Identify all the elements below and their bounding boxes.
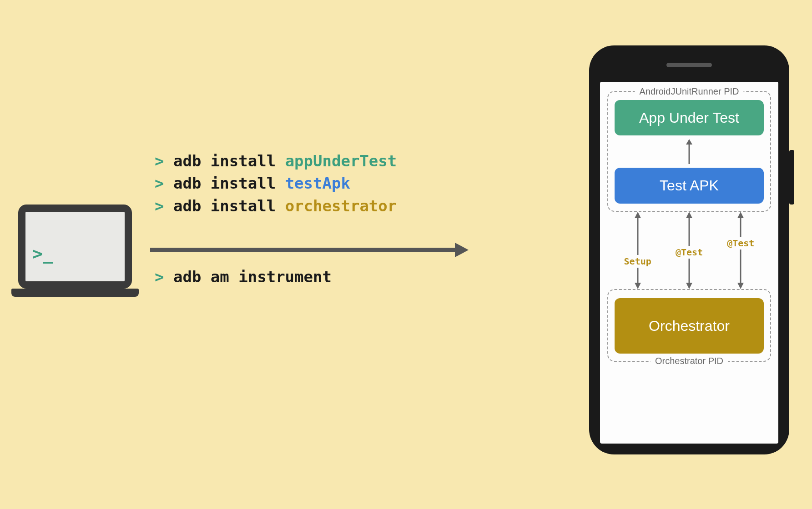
prompt-symbol: >	[155, 152, 164, 170]
prompt-symbol: >	[155, 268, 164, 286]
flow-arrow-icon	[150, 241, 469, 259]
prompt-symbol: >	[155, 197, 164, 215]
svg-marker-6	[635, 283, 641, 289]
command-target: appUnderTest	[285, 152, 397, 170]
svg-marker-5	[635, 212, 641, 218]
runner-pid-label: AndroidJUnitRunner PID	[635, 86, 744, 97]
svg-marker-3	[686, 139, 692, 145]
command-list: > adb install appUnderTest > adb install…	[155, 150, 397, 217]
arrow-label-test1: @Test	[674, 246, 705, 259]
svg-marker-12	[737, 283, 744, 289]
test-arrow-1: @Test	[682, 212, 696, 289]
phone-screen: AndroidJUnitRunner PID App Under Test Te…	[600, 82, 778, 444]
app-under-test-box: App Under Test	[615, 100, 764, 135]
phone-frame: AndroidJUnitRunner PID App Under Test Te…	[589, 45, 789, 454]
orchestrator-pid-label: Orchestrator PID	[651, 356, 728, 366]
svg-marker-9	[686, 283, 692, 289]
test-apk-box: Test APK	[615, 168, 764, 203]
command-target: testApk	[285, 174, 350, 192]
runner-pid-group: AndroidJUnitRunner PID App Under Test Te…	[607, 91, 771, 212]
command-line-3: > adb install orchestrator	[155, 195, 397, 217]
setup-arrow: Setup	[631, 212, 645, 289]
command-line-4: > adb am instrument	[155, 266, 332, 288]
arrow-label-test2: @Test	[725, 237, 756, 250]
command-target: orchestrator	[285, 197, 397, 215]
command-text: adb install	[173, 152, 276, 170]
arrow-group: Setup @Test @Test	[607, 212, 771, 289]
command-line-2: > adb install testApk	[155, 172, 397, 195]
svg-marker-11	[737, 212, 744, 218]
prompt-symbol: >	[155, 174, 164, 192]
orchestrator-box: Orchestrator	[615, 298, 764, 354]
phone-speaker	[666, 63, 712, 67]
command-text: adb install	[173, 174, 276, 192]
svg-marker-8	[686, 212, 692, 218]
up-arrow-icon	[682, 139, 696, 164]
svg-marker-1	[455, 243, 469, 257]
laptop-icon: >_	[18, 205, 132, 297]
test-arrow-2: @Test	[734, 212, 747, 289]
command-text: adb install	[173, 197, 276, 215]
command-text: adb am instrument	[173, 268, 332, 286]
arrow-label-setup: Setup	[622, 255, 653, 268]
terminal-prompt: >_	[32, 244, 53, 264]
orchestrator-pid-group: Orchestrator Orchestrator PID	[607, 289, 771, 362]
command-line-1: > adb install appUnderTest	[155, 150, 397, 172]
